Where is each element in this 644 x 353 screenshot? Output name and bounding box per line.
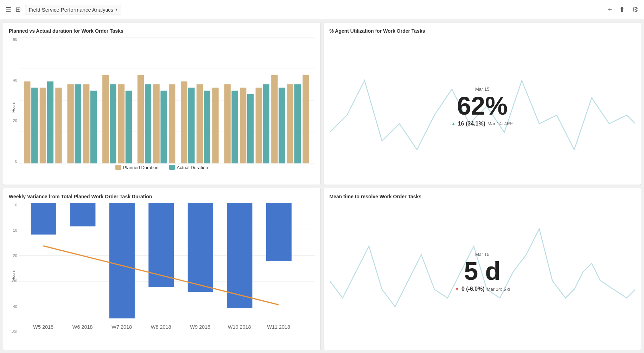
kpi-change-utilization: 16 (34.1%) xyxy=(458,120,485,127)
kpi-overlay-resolve: Mar 15 5 d ▼ 0 (-6.0%) Mar 14: 5 d xyxy=(455,252,510,292)
svg-rect-12 xyxy=(83,84,89,163)
settings-icon[interactable]: ⚙ xyxy=(632,5,638,14)
svg-rect-32 xyxy=(256,88,262,163)
y-tick-40: 40 xyxy=(13,78,17,82)
svg-rect-52 xyxy=(70,203,95,226)
svg-text:W10 2018: W10 2018 xyxy=(228,324,251,330)
legend-actual: Actual Duration xyxy=(169,165,208,170)
svg-rect-57 xyxy=(266,203,292,261)
svg-rect-17 xyxy=(126,91,132,163)
legend-actual-box xyxy=(169,165,175,170)
svg-rect-23 xyxy=(181,81,187,163)
svg-text:W9 2018: W9 2018 xyxy=(190,324,210,330)
title-dropdown[interactable]: Field Service Performance Analytics ▾ xyxy=(25,5,121,14)
legend-planned-label: Planned Duration xyxy=(123,165,158,170)
variance-bar-chart-svg: W5 2018 W6 2018 W7 2018 W8 2018 W9 2018 … xyxy=(19,203,315,334)
panel-title-utilization: % Agent Utilization for Work Order Tasks xyxy=(330,28,636,34)
svg-rect-14 xyxy=(102,75,109,163)
dashboard: Planned vs Actual duration for Work Orde… xyxy=(0,19,644,353)
menu-icon[interactable]: ☰ xyxy=(6,6,11,13)
nav-right: + ⬆ ⚙ xyxy=(608,5,638,14)
kpi-change-row-utilization: ▲ 16 (34.1%) Mar 14: 46% xyxy=(451,120,514,127)
chart-legend: Planned Duration Actual Duration xyxy=(9,165,315,170)
svg-rect-16 xyxy=(118,84,125,163)
app-title: Field Service Performance Analytics xyxy=(29,7,113,13)
svg-text:W6 2018: W6 2018 xyxy=(72,324,93,330)
svg-rect-13 xyxy=(90,91,97,163)
y-tick-0: 0 xyxy=(15,159,17,163)
svg-text:W11 2018: W11 2018 xyxy=(267,324,290,330)
svg-rect-8 xyxy=(47,81,53,163)
panel-title-mean-time: Mean time to resolve Work Order Tasks xyxy=(330,194,636,199)
legend-planned: Planned Duration xyxy=(115,165,158,170)
kpi-change-row-resolve: ▼ 0 (-6.0%) Mar 14: 5 d xyxy=(455,286,510,292)
legend-planned-box xyxy=(115,165,121,170)
svg-text:W7 2018: W7 2018 xyxy=(111,324,132,330)
kpi-prev-resolve: Mar 14: 5 d xyxy=(487,286,510,291)
mean-time-resolve-panel: Mean time to resolve Work Order Tasks Ma… xyxy=(324,188,642,351)
svg-rect-21 xyxy=(160,91,167,163)
svg-rect-34 xyxy=(271,75,278,163)
variance-y-20: -20 xyxy=(12,253,17,258)
kpi-value-utilization: 62% xyxy=(451,93,514,118)
y-axis-label-bottom-left: Hours xyxy=(11,270,15,281)
svg-rect-38 xyxy=(302,75,309,163)
grid-icon[interactable]: ⊞ xyxy=(15,6,21,13)
svg-rect-28 xyxy=(224,84,230,163)
svg-rect-55 xyxy=(188,203,213,292)
svg-rect-15 xyxy=(110,84,116,163)
svg-rect-36 xyxy=(287,84,293,163)
svg-rect-25 xyxy=(197,84,203,163)
kpi-prev-utilization: Mar 14: 46% xyxy=(487,121,514,126)
svg-rect-27 xyxy=(212,88,218,163)
kpi-change-resolve: 0 (-6.0%) xyxy=(461,286,485,292)
svg-rect-19 xyxy=(145,84,151,163)
svg-rect-24 xyxy=(188,88,195,163)
variance-y-0: 0 xyxy=(15,203,17,207)
svg-rect-18 xyxy=(138,75,144,163)
share-icon[interactable]: ⬆ xyxy=(619,5,625,14)
chevron-down-icon: ▾ xyxy=(115,7,117,12)
panel-title-variance: Weekly Variance from Total Planed Work O… xyxy=(9,194,315,199)
kpi-date-resolve: Mar 15 xyxy=(455,252,510,257)
svg-rect-26 xyxy=(204,91,210,163)
weekly-variance-panel: Weekly Variance from Total Planed Work O… xyxy=(3,188,321,351)
svg-rect-9 xyxy=(55,88,62,163)
svg-rect-11 xyxy=(75,84,81,163)
svg-text:W8 2018: W8 2018 xyxy=(151,324,171,330)
kpi-arrow-utilization: ▲ xyxy=(451,121,456,126)
agent-utilization-panel: % Agent Utilization for Work Order Tasks… xyxy=(324,22,642,185)
panel-title-planned-vs-actual: Planned vs Actual duration for Work Orde… xyxy=(9,28,315,34)
y-tick-60: 60 xyxy=(13,37,17,41)
svg-text:W5 2018: W5 2018 xyxy=(33,324,53,330)
svg-rect-54 xyxy=(148,203,174,287)
svg-rect-6 xyxy=(31,88,38,163)
nav-left: ☰ ⊞ Field Service Performance Analytics … xyxy=(6,5,608,14)
svg-rect-56 xyxy=(227,203,252,308)
legend-actual-label: Actual Duration xyxy=(177,165,208,170)
svg-rect-7 xyxy=(40,88,46,163)
svg-rect-37 xyxy=(294,84,301,163)
variance-y-10: -10 xyxy=(12,228,17,232)
top-nav: ☰ ⊞ Field Service Performance Analytics … xyxy=(0,0,644,19)
svg-rect-10 xyxy=(67,84,74,163)
kpi-overlay-utilization: Mar 15 62% ▲ 16 (34.1%) Mar 14: 46% xyxy=(451,86,514,127)
planned-vs-actual-panel: Planned vs Actual duration for Work Orde… xyxy=(3,22,321,185)
variance-y-50: -50 xyxy=(12,330,17,334)
svg-rect-31 xyxy=(247,94,254,163)
svg-rect-35 xyxy=(279,88,285,163)
kpi-arrow-resolve: ▼ xyxy=(455,286,459,291)
svg-rect-33 xyxy=(263,84,269,163)
svg-rect-51 xyxy=(31,203,56,235)
svg-rect-5 xyxy=(24,81,30,163)
y-tick-20: 20 xyxy=(13,118,17,123)
svg-rect-53 xyxy=(109,203,135,318)
svg-rect-22 xyxy=(169,84,175,163)
variance-y-40: -40 xyxy=(12,304,17,309)
kpi-date-utilization: Mar 15 xyxy=(451,86,514,91)
bar-chart-svg: 5. Feb 12. Feb 19. Feb 26. Feb 5. Mar 12… xyxy=(19,37,315,163)
kpi-value-resolve: 5 d xyxy=(455,258,510,284)
svg-rect-30 xyxy=(240,88,246,163)
plus-icon[interactable]: + xyxy=(608,6,612,14)
svg-rect-20 xyxy=(153,84,159,163)
